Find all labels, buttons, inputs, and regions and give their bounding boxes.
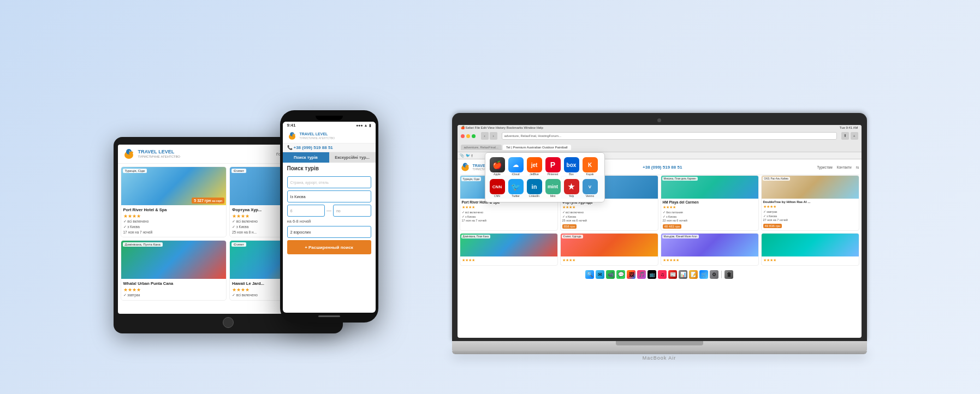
phone-date-from[interactable]: б [287,205,325,217]
macbook-nav-contacts[interactable]: Контакти [837,165,852,169]
dock-messages[interactable]: 💬 [616,270,625,279]
phone-submit-button[interactable]: + Расширенный поиск [287,240,371,254]
macbook-tour-card-4[interactable]: ОАЭ, Рас-Аль-Хайма DoubleTree by Hilton … [761,175,859,231]
phone-destination-input[interactable]: Страна, курорт, отель [287,176,371,188]
macbook-label: MacBook Air [452,355,867,361]
tablet-tour-card-1[interactable]: Туреція, Сіде 5 327 грн на серп Port Riv… [121,166,227,237]
macbook-card3-price: 48 483 грн [663,224,682,229]
dock-sysprefd[interactable]: ⚙ [710,270,718,279]
dock-tv[interactable]: 📺 [648,270,656,279]
dock-appstore[interactable]: 🛒 [699,270,708,279]
app-apple[interactable]: 🍎 Apple [490,157,505,176]
macbook-nav-tourists[interactable]: Туристам [817,165,832,169]
phone-date-separator: — [326,208,331,213]
macbook-card5-stars: ★★★★ [462,258,556,262]
dock-trash[interactable]: 🗑 [724,270,733,279]
tablet-tour-card-3[interactable]: Домінікана, Пунта Кана Whala! Urban Punt… [121,240,227,301]
safari-fullscreen-btn[interactable] [472,134,476,138]
macbook-tour-card-6[interactable]: Єгипет, Хургада ★★★★ [560,233,658,266]
app-mint[interactable]: mint Mint [545,179,561,198]
macbook-card2-features: ✓ всі включено✓ з Києва25 ноя на 6 ночей [562,211,656,223]
tablet-card3-name: Whala! Urban Punta Cana [123,281,224,286]
tablet-card1-stars: ★★★★ [123,213,224,219]
phone-wifi-icon: ▲ [364,123,368,127]
safari-back-btn[interactable]: ‹ [481,132,489,140]
dock-photos[interactable]: 🖼 [627,270,635,279]
phone-adults-input[interactable]: 2 взрослих [287,226,371,238]
phone-number-bar: 📞 +38 (099) 519 88 51 [283,144,376,152]
dock-mail[interactable]: ✉ [596,270,604,279]
safari-tabs: adventure, RelaxFinal... Tel | Premium A… [461,141,858,150]
tablet-card3-stars: ★★★★ [123,287,224,292]
tablet-home-button[interactable] [223,317,234,328]
macbook-tour-card-5[interactable]: Домінікана, Плая Кана ★★★★ [460,233,558,266]
safari-newTab-btn[interactable]: + [851,132,858,140]
safari-tab-1[interactable]: adventure, RelaxFinal... [461,145,502,150]
phone-from-input[interactable]: Із Києва [287,190,371,202]
macos-time: Tue 9:41 AM [840,126,858,129]
phone-date-row: б — по [287,205,371,217]
app-box[interactable]: box Box [564,157,579,176]
tablet-card1-info: Port River Hotel & Spa ★★★★ ✓ всі включе… [121,205,227,237]
apple-menu[interactable]: 🍎 Safari File Edit View History Bookmark… [461,126,543,129]
phone-tabs: Поиск турів Екскурсійні тур... [283,152,376,163]
macbook-tour-card-8[interactable]: ★★★★ [761,233,859,266]
dock-notes[interactable]: 📝 [689,270,698,279]
app-kayak[interactable]: K Kayak [583,157,598,176]
phone-signal-icon: ●●● [356,123,363,127]
app-twitter[interactable]: 🐦 Twitter [508,179,524,198]
tablet-card3-country: Домінікана, Пунта Кана [123,242,163,247]
macbook-tour-card-7[interactable]: Мальдіви, Южний Мале Атол ★★★★★ [661,233,759,266]
phone-nights-label: на 6-8 ночей [287,219,311,224]
bookmark-twitter[interactable]: 🐦 [466,153,470,158]
macbook-bird-icon [460,162,471,172]
bookmark-fb[interactable]: f [472,154,473,158]
safari-forward-btn[interactable]: › [490,132,497,140]
macbook-nav: Туристам Контакти ru [817,165,859,169]
phone-date-to[interactable]: по [333,205,371,217]
safari-minimize-btn[interactable] [466,134,470,138]
app-yelp[interactable]: ★ Yelp [564,179,579,198]
macbook-card5-info: ★★★★ [460,256,557,265]
dock-finder[interactable]: 🔍 [585,270,594,279]
macbook-camera [657,118,661,122]
tablet-bird-icon [122,147,135,160]
dock-numbers[interactable]: 📊 [679,270,687,279]
safari-close-btn[interactable] [461,134,465,138]
dock-music[interactable]: ♫ [658,270,667,279]
safari-share-btn[interactable]: ⬆ [841,132,849,140]
phone-screen: 9:41 ●●● ▲ ▮ [283,122,376,313]
macbook-tour-card-3[interactable]: Мексика, Плая дель Кармен HM Playa del C… [661,175,759,231]
dock-news[interactable]: 📰 [668,270,677,279]
app-icloud[interactable]: ☁ iCloud [508,157,524,176]
macbook-card8-info: ★★★★ [762,256,859,265]
macbook-card8-stars: ★★★★ [763,258,857,262]
macbook-card2-info: Фортуна Хургада ★★★★ ✓ всі включено✓ з К… [561,199,658,230]
phone-battery-icon: ▮ [369,123,371,128]
app-pinterest[interactable]: P Pinterest [545,157,561,176]
phone-tab-search[interactable]: Поиск турів [283,152,329,163]
app-cnn[interactable]: CNN CNN [490,179,505,198]
macbook-nav-ru[interactable]: ru [856,165,859,169]
macbook-card3-name: HM Playa del Carmen [663,200,757,204]
phone-tab-excursion[interactable]: Екскурсійні тур... [329,152,376,163]
dock-facetime[interactable]: 📹 [606,270,615,279]
dock-itunes[interactable]: 🎵 [637,270,646,279]
app-linkedin[interactable]: in LinkedIn [527,179,542,198]
phone-search-form: Страна, курорт, отель Із Києва б — по [283,174,376,256]
phone-home-indicator[interactable] [318,315,340,317]
safari-addressbar[interactable]: adventure, RelaxFinal, HostingForum... [502,132,837,140]
phone-time: 9:41 [287,123,296,128]
macbook-card4-name: DoubleTree by Hilton Ras Al ... [763,200,857,204]
macbook-card1-stars: ★★★★ [462,205,556,210]
safari-topbar: ‹ › adventure, RelaxFinal, HostingForum.… [461,132,858,140]
safari-tab-2[interactable]: Tel | Premium Australian Outdoor Paintba… [503,145,571,150]
app-venmo[interactable]: V Venmo [583,179,598,198]
tablet-logo: TRAVEL LEVEL ТУРИСТИЧНЕ АГЕНТСТВО [122,147,180,160]
app-jet[interactable]: jet JetBlue [527,157,542,176]
safari-nav-buttons: ‹ › [481,132,497,140]
phone-notch [316,116,343,120]
tablet-card4-country: Єгипет [231,242,246,247]
svg-point-13 [465,164,466,165]
macbook-screen-outer: 🍎 Safari File Edit View History Bookmark… [452,113,867,341]
